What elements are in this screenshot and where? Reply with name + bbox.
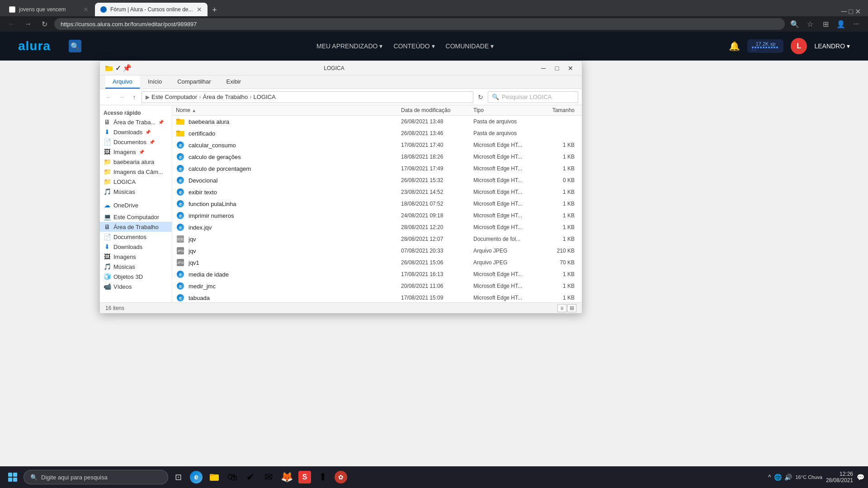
new-tab-button[interactable]: +: [208, 4, 221, 16]
table-row[interactable]: e exibir texto 23/08/2021 14:52 Microsof…: [172, 186, 582, 198]
sidebar-label: Imagens: [113, 253, 136, 260]
table-row[interactable]: e medir_jmc 20/08/2021 11:06 Microsoft E…: [172, 280, 582, 292]
sidebar-item-musicas[interactable]: 🎵 Músicas: [100, 262, 172, 272]
chevron-up-icon[interactable]: ^: [768, 474, 771, 481]
table-row[interactable]: e Devocional 26/08/2021 15:32 Microsoft …: [172, 174, 582, 186]
network-icon[interactable]: 🌐: [774, 474, 782, 481]
taskbar-app-red[interactable]: ✿: [333, 469, 349, 485]
tab-2[interactable]: Fórum | Alura - Cursos online de... ✕: [95, 3, 208, 16]
taskbar-edge[interactable]: e: [188, 469, 204, 485]
taskbar-app-s[interactable]: S: [297, 469, 313, 485]
col-date[interactable]: Data de modificação: [401, 107, 473, 113]
col-size[interactable]: Tamanho: [546, 107, 582, 113]
clock-block[interactable]: 12:26 28/08/2021: [826, 471, 853, 483]
bc-logica[interactable]: LOGICA: [254, 94, 276, 100]
table-row[interactable]: baebearia alura 26/08/2021 13:48 Pasta d…: [172, 116, 582, 127]
table-row[interactable]: e function pulaLinha 18/08/2021 07:52 Mi…: [172, 198, 582, 210]
sound-icon[interactable]: 🔊: [784, 474, 792, 481]
sidebar-item-documentos[interactable]: 📄 Documentos: [100, 232, 172, 242]
detail-view-button[interactable]: ⊞: [567, 304, 576, 312]
user-avatar[interactable]: L: [791, 38, 807, 54]
table-row[interactable]: e calculo de porcentagem 17/08/2021 17:4…: [172, 163, 582, 174]
search-box-icon: 🔍: [492, 94, 499, 100]
bc-desktop[interactable]: Área de Trabalho: [203, 94, 248, 100]
file-type: Arquivo JPEG: [473, 248, 546, 254]
sidebar-item-onedrive[interactable]: ☁ OneDrive: [100, 200, 172, 210]
sidebar-item-imagens-quick[interactable]: 🖼 Imagens 📌: [100, 147, 172, 157]
nav-item-aprendizado[interactable]: MEU APRENDIZADO ▾: [316, 42, 382, 50]
header-search-icon[interactable]: 🔍: [69, 40, 81, 52]
explorer-body: Acesso rápido 🖥 Área de Traba... 📌 ⬇ Dow…: [100, 105, 582, 302]
sidebar-item-objetos3d[interactable]: 🧊 Objetos 3D: [100, 272, 172, 282]
bell-icon[interactable]: 🔔: [729, 41, 740, 52]
restore-button[interactable]: □: [551, 64, 563, 73]
notification-icon[interactable]: 💬: [857, 474, 864, 481]
table-row[interactable]: DOC jqv 28/08/2021 12:07 Documento de fo…: [172, 233, 582, 245]
maximize-browser[interactable]: □: [849, 8, 853, 16]
ribbon-tab-compartilhar[interactable]: Compartilhar: [170, 75, 218, 89]
close-browser[interactable]: ✕: [855, 7, 861, 16]
close-button[interactable]: ✕: [565, 64, 576, 73]
sidebar-item-area-trabalho-quick[interactable]: 🖥 Área de Traba... 📌: [100, 117, 172, 127]
sidebar-item-imagens-cam[interactable]: 📁 Imagens da Câm...: [100, 167, 172, 177]
sidebar-item-documentos-quick[interactable]: 📄 Documentos 📌: [100, 137, 172, 147]
back-button[interactable]: ←: [5, 18, 18, 30]
tab-1[interactable]: jovens que vencem ✕: [4, 3, 94, 16]
user-name[interactable]: LEANDRO ▾: [814, 42, 850, 50]
taskbar-search[interactable]: 🔍 Digite aqui para pesquisa: [24, 470, 168, 484]
collections-icon[interactable]: ⊞: [819, 18, 832, 30]
taskbar-firefox[interactable]: 🦊: [278, 469, 295, 485]
bc-computer[interactable]: Este Computador: [151, 94, 197, 100]
taskbar-checklist[interactable]: ✔: [242, 469, 259, 485]
table-row[interactable]: e index.jqv 28/08/2021 12:20 Microsoft E…: [172, 221, 582, 233]
table-row[interactable]: certificado 26/08/2021 13:46 Pasta de ar…: [172, 127, 582, 139]
taskbar-explorer[interactable]: [206, 469, 222, 485]
taskbar-mail[interactable]: ✉: [260, 469, 277, 485]
refresh-explorer-button[interactable]: ↻: [475, 92, 486, 103]
sidebar-item-area-trabalho[interactable]: 🖥 Área de Trabalho: [100, 222, 172, 232]
table-row[interactable]: e calculo de gerações 18/08/2021 18:26 M…: [172, 151, 582, 163]
settings-icon[interactable]: ···: [850, 18, 863, 30]
address-input[interactable]: [54, 18, 785, 30]
nav-item-comunidade[interactable]: COMUNIDADE ▾: [446, 42, 494, 50]
sidebar-item-musicas-quick[interactable]: 🎵 Músicas: [100, 187, 172, 197]
forward-explorer-button[interactable]: →: [116, 92, 127, 103]
taskbar-app-arrow[interactable]: ⬆: [315, 469, 331, 485]
sidebar-item-imagens[interactable]: 🖼 Imagens: [100, 252, 172, 262]
ribbon-tab-exibir[interactable]: Exibir: [219, 75, 249, 89]
sidebar-item-computer[interactable]: 💻 Este Computador: [100, 212, 172, 222]
search-box[interactable]: 🔍 Pesquisar LOGICA: [488, 91, 578, 103]
forward-button[interactable]: →: [22, 18, 34, 30]
col-type[interactable]: Tipo: [473, 107, 546, 113]
taskbar-task-view[interactable]: ⊡: [170, 469, 186, 485]
ribbon-tab-inicio[interactable]: Início: [141, 75, 169, 89]
ribbon-tab-arquivo[interactable]: Arquivo: [105, 75, 140, 89]
sidebar-item-downloads[interactable]: ⬇ Downloads: [100, 242, 172, 252]
col-name[interactable]: Nome ▲: [172, 107, 401, 113]
sidebar-item-logica[interactable]: 📁 LOGICA: [100, 177, 172, 187]
breadcrumb-bar[interactable]: ▶ Este Computador › Área de Trabalho › L…: [142, 91, 473, 103]
table-row[interactable]: e tabuada 17/08/2021 15:09 Microsoft Edg…: [172, 292, 582, 302]
up-explorer-button[interactable]: ↑: [129, 92, 140, 103]
tab-1-close[interactable]: ✕: [83, 6, 89, 13]
sidebar-item-downloads-quick[interactable]: ⬇ Downloads 📌: [100, 127, 172, 137]
minimize-browser[interactable]: ─: [841, 7, 847, 16]
table-row[interactable]: JPG jqv1 26/08/2021 15:06 Arquivo JPEG 7…: [172, 257, 582, 268]
reload-button[interactable]: ↻: [38, 18, 51, 30]
start-button[interactable]: [4, 468, 22, 486]
sidebar-item-videos[interactable]: 📹 Vídeos: [100, 282, 172, 291]
taskbar-store[interactable]: 🛍: [224, 469, 241, 485]
back-explorer-button[interactable]: ←: [104, 92, 114, 103]
list-view-button[interactable]: ≡: [557, 304, 566, 312]
table-row[interactable]: e calcular_consumo 17/08/2021 17:40 Micr…: [172, 139, 582, 151]
table-row[interactable]: JPG jqv 07/08/2021 20:33 Arquivo JPEG 21…: [172, 245, 582, 257]
sidebar-item-baebearia[interactable]: 📁 baebearia alura: [100, 157, 172, 167]
nav-item-conteudo[interactable]: CONTEÚDO ▾: [393, 42, 434, 50]
favorites-icon[interactable]: ☆: [804, 18, 816, 30]
profile-icon[interactable]: 👤: [835, 18, 847, 30]
table-row[interactable]: e imprimir numeros 24/08/2021 09:18 Micr…: [172, 210, 582, 221]
table-row[interactable]: e media de idade 17/08/2021 16:13 Micros…: [172, 268, 582, 280]
tab-2-close[interactable]: ✕: [197, 6, 202, 13]
minimize-button[interactable]: ─: [538, 64, 549, 73]
search-icon[interactable]: 🔍: [788, 18, 801, 30]
